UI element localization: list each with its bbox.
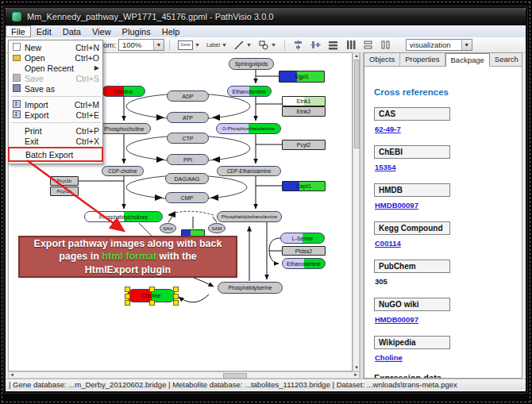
selection-handle[interactable] [173,300,179,306]
pathway-node-ethanolamine[interactable]: Ethanolamine [282,258,326,269]
pathway-node-cmp[interactable]: CMP [165,192,209,203]
tab-backpage[interactable]: Backpage [445,53,490,67]
tab-search[interactable]: Search [490,53,522,66]
menu-plugins[interactable]: Plugins [117,25,156,37]
pathway-node-phosphatidylethanolamine[interactable]: Phosphatidylethanolamine [217,211,282,222]
file-menu-popup: NewCtrl+NOpenCtrl+OOpen Recent▶SaveCtrl+… [8,40,103,164]
selection-handle[interactable] [149,287,155,292]
window-title: Mm_Kennedy_pathway_WP1771_45176.gpml - P… [27,12,273,21]
menu-item-open[interactable]: OpenCtrl+O [9,52,102,63]
distribute-vertical-button[interactable] [344,39,358,51]
pathway-node-pcyt1a[interactable]: Pcyt1a [50,187,79,196]
chevron-down-icon[interactable]: ▼ [246,42,252,48]
xref-section: CAS62-49-7 [374,107,512,135]
xref-link[interactable]: HMDB00097 [375,201,418,210]
pathway-node-cdp-choline[interactable]: CDP-choline [102,166,144,176]
canvas-horizontal-scrollbar[interactable]: ◄ ► [8,371,360,379]
vertical-scroll-thumb[interactable] [354,60,360,148]
menu-item-label: Open [25,53,70,63]
toolbar-separator [169,40,170,51]
datanode-tool-button[interactable]: Gene ▼ [176,39,202,51]
pathway-node-sam[interactable]: SAM [208,223,226,233]
menu-item-export[interactable]: ↧ExportCtrl+E [9,110,102,120]
pathway-node-sgpl1[interactable]: Sgpl1 [279,71,325,83]
menu-item-batch-export[interactable]: Batch Export [8,147,103,162]
menu-item-save[interactable]: SaveCtrl+S [9,73,102,83]
xref-link[interactable]: 62-49-7 [375,125,401,133]
xref-link[interactable]: Choline [375,353,403,362]
title-bar[interactable]: Mm_Kennedy_pathway_WP1771_45176.gpml - P… [6,8,526,26]
line-tool-button[interactable]: ▼ [232,39,253,51]
distribute-vertical-icon [345,40,357,51]
pathway-node-pcyt1b[interactable]: Pcyt1b [50,176,79,186]
stack-horizontal-button[interactable] [379,39,393,51]
sidebar-tabs: ObjectsPropertiesBackpageSearchLegend [364,53,522,67]
pathway-node-phosphocholine[interactable]: Phosphocholine [98,123,151,134]
pathway-node-dag-aag[interactable]: DAG/AAG [165,173,209,184]
selection-handle[interactable] [125,300,130,306]
pathway-node-pcyt2[interactable]: Pcyt2 [282,140,326,150]
menu-view[interactable]: View [87,25,117,37]
pathway-node-sah[interactable]: SAH [160,223,176,233]
pathway-node-etnk2[interactable]: Etnk2 [282,106,326,117]
cross-references-heading: Cross references [374,87,512,97]
pathway-node-choline[interactable]: Choline [102,86,145,97]
stack-vertical-button[interactable] [361,39,376,51]
pathway-node-l-serine[interactable]: L-Serine [280,233,325,244]
status-text: | Gene database: ...m_Derby_20120602.bri… [9,380,457,389]
menu-data[interactable]: Data [57,25,87,37]
pathway-node-ppi[interactable]: PPi [167,154,209,165]
visualization-value: visualization [410,40,451,49]
pathway-node-cept1[interactable]: Cept1 [282,181,326,191]
selection-handle[interactable] [125,294,130,299]
pathway-node-phosphatidylserine[interactable]: Phosphatidylserine [218,282,283,294]
xref-link[interactable]: HMDB00097 [375,315,418,324]
pathway-node-adp[interactable]: ADP [167,90,209,102]
menu-help[interactable]: Help [156,25,186,37]
menu-edit[interactable]: Edit [31,25,57,37]
xref-source-name: CAS [374,107,450,121]
menu-item-save-as[interactable]: Save as [9,83,102,94]
menu-item-label: Save as [25,84,94,94]
selection-handle[interactable] [173,287,179,292]
align-center-y-icon [310,40,322,51]
menu-item-new[interactable]: NewCtrl+N [9,42,102,52]
selection-handle[interactable] [173,294,179,299]
menu-item-open-recent[interactable]: Open Recent▶ [9,63,102,73]
xref-link[interactable]: C00114 [375,239,401,248]
xref-source-name: PubChem [374,260,450,273]
shape-tool-button[interactable]: ▼ [256,39,278,51]
pathway-node-etnk1[interactable]: Etnk1 [282,96,326,106]
tab-objects[interactable]: Objects [364,53,400,66]
menu-file[interactable]: File [6,25,31,37]
align-center-y-button[interactable] [309,39,323,51]
label-tool-button[interactable]: Label ▼ [205,39,229,51]
chevron-down-icon[interactable]: ▼ [222,42,227,48]
distribute-horizontal-button[interactable] [326,39,341,51]
canvas-vertical-scrollbar[interactable]: ▲ ▼ [353,52,360,371]
chevron-down-icon[interactable]: ▼ [461,40,472,50]
chevron-down-icon[interactable]: ▼ [153,40,164,50]
xref-link[interactable]: 15354 [375,163,395,171]
tab-properties[interactable]: Properties [400,53,445,66]
pathway-node-ethanolamine[interactable]: Ethanolamine [227,86,272,97]
zoom-combobox[interactable]: 100% ▼ [118,39,164,51]
horizontal-scroll-thumb[interactable] [223,373,247,379]
pathway-node-o-phosphoethanolamine[interactable]: O-Phosphoethanolamine [216,123,281,134]
pathway-node-cdp-ethanolamine[interactable]: CDP-Ethanolamine [217,166,281,176]
pathway-node-sphingolipids[interactable]: Sphingolipids [229,58,274,70]
menu-item-exit[interactable]: ExitCtrl+X [9,136,102,146]
menu-item-import[interactable]: ↥ImportCtrl+M [9,99,102,110]
pathway-node-atp[interactable]: ATP [167,112,209,123]
pathway-node-ptdss2[interactable]: Ptdss2 [282,246,326,256]
pathway-node-phosphatidylcholines[interactable]: Phosphatidylcholines [84,211,163,222]
pathway-node-ctp[interactable]: CTP [167,133,209,144]
align-center-x-button[interactable] [291,39,306,51]
chevron-down-icon[interactable]: ▼ [271,42,276,48]
selection-handle[interactable] [125,287,130,292]
chevron-down-icon[interactable]: ▼ [195,42,200,48]
visualization-combobox[interactable]: visualization ▼ [406,39,472,51]
menu-item-print[interactable]: PrintCtrl+P [9,125,102,136]
menu-item-shortcut: Ctrl+O [75,53,99,63]
selection-handle[interactable] [149,300,155,306]
